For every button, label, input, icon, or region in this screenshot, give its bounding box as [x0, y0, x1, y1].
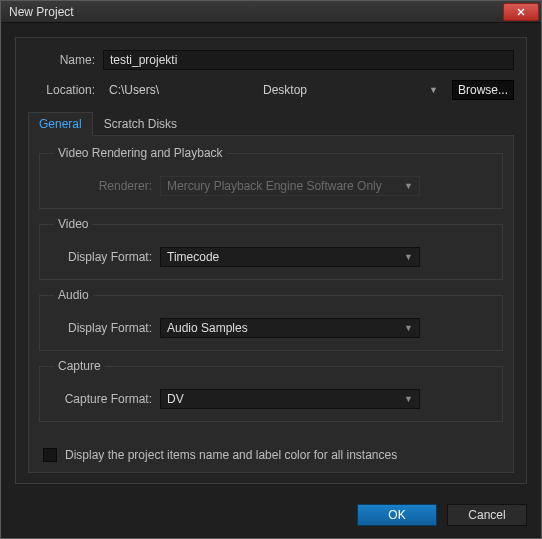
group-video-rendering: Video Rendering and Playback Renderer: M…: [39, 146, 503, 209]
capture-format-row: Capture Format: DV ▼: [50, 389, 492, 409]
name-row: Name:: [28, 50, 514, 70]
renderer-select: Mercury Playback Engine Software Only ▼: [160, 176, 420, 196]
group-video-rendering-legend: Video Rendering and Playback: [54, 146, 227, 160]
titlebar: New Project: [1, 1, 541, 23]
cancel-button[interactable]: Cancel: [447, 504, 527, 526]
audio-display-format-select[interactable]: Audio Samples ▼: [160, 318, 420, 338]
group-audio: Audio Display Format: Audio Samples ▼: [39, 288, 503, 351]
chevron-down-icon: ▼: [404, 394, 413, 404]
video-display-format-select[interactable]: Timecode ▼: [160, 247, 420, 267]
renderer-label: Renderer:: [50, 179, 160, 193]
video-display-format-row: Display Format: Timecode ▼: [50, 247, 492, 267]
new-project-window: New Project Name: Location: C:\Users\ De…: [0, 0, 542, 539]
group-capture: Capture Capture Format: DV ▼: [39, 359, 503, 422]
tab-bar: General Scratch Disks: [28, 112, 514, 136]
renderer-value: Mercury Playback Engine Software Only: [167, 179, 382, 193]
tab-general-body: Video Rendering and Playback Renderer: M…: [28, 136, 514, 473]
renderer-row: Renderer: Mercury Playback Engine Softwa…: [50, 176, 492, 196]
video-display-format-value: Timecode: [167, 250, 219, 264]
location-path-left: C:\Users\: [109, 83, 159, 97]
main-panel: Name: Location: C:\Users\ Desktop ▼ Brow…: [15, 37, 527, 484]
audio-display-format-label: Display Format:: [50, 321, 160, 335]
browse-button[interactable]: Browse...: [452, 80, 514, 100]
location-row: Location: C:\Users\ Desktop ▼ Browse...: [28, 80, 514, 100]
tab-scratch-disks[interactable]: Scratch Disks: [93, 112, 188, 135]
capture-format-select[interactable]: DV ▼: [160, 389, 420, 409]
location-select[interactable]: C:\Users\ Desktop ▼: [103, 80, 444, 100]
display-instances-checkbox[interactable]: [43, 448, 57, 462]
video-display-format-label: Display Format:: [50, 250, 160, 264]
display-instances-row: Display the project items name and label…: [39, 448, 503, 462]
close-button[interactable]: [503, 3, 539, 21]
location-label: Location:: [28, 83, 103, 97]
audio-display-format-row: Display Format: Audio Samples ▼: [50, 318, 492, 338]
close-icon: [517, 8, 525, 16]
group-video-legend: Video: [54, 217, 92, 231]
name-label: Name:: [28, 53, 103, 67]
ok-button[interactable]: OK: [357, 504, 437, 526]
chevron-down-icon: ▼: [404, 323, 413, 333]
location-path-mid: Desktop: [263, 83, 307, 97]
content-area: Name: Location: C:\Users\ Desktop ▼ Brow…: [1, 23, 541, 494]
display-instances-label: Display the project items name and label…: [65, 448, 397, 462]
chevron-down-icon: ▼: [404, 252, 413, 262]
chevron-down-icon: ▼: [429, 85, 438, 95]
group-capture-legend: Capture: [54, 359, 105, 373]
tab-general[interactable]: General: [28, 112, 93, 136]
window-title: New Project: [9, 5, 74, 19]
group-audio-legend: Audio: [54, 288, 93, 302]
dialog-footer: OK Cancel: [1, 494, 541, 538]
group-video: Video Display Format: Timecode ▼: [39, 217, 503, 280]
chevron-down-icon: ▼: [404, 181, 413, 191]
capture-format-label: Capture Format:: [50, 392, 160, 406]
capture-format-value: DV: [167, 392, 184, 406]
name-input[interactable]: [103, 50, 514, 70]
audio-display-format-value: Audio Samples: [167, 321, 248, 335]
